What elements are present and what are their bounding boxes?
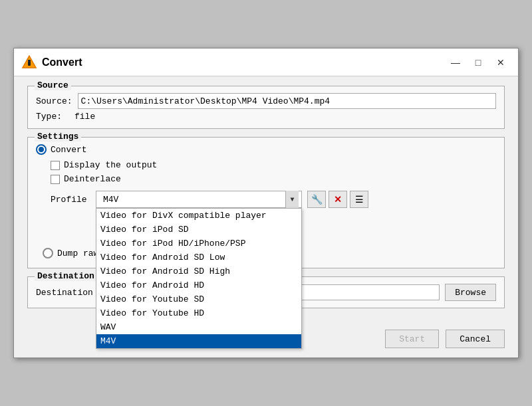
profile-option-8[interactable]: WAV (96, 320, 301, 334)
type-label: Type: (36, 112, 69, 122)
close-button[interactable]: ✕ (491, 55, 510, 70)
profile-tools: 🔧 ✕ ☰ (307, 191, 368, 208)
profile-option-0[interactable]: Video for DivX compatible player (96, 209, 301, 223)
content-area: Source Source: Type: file Settings Conve… (14, 76, 518, 326)
profile-option-6[interactable]: Video for Youtube SD (96, 292, 301, 306)
profile-option-4[interactable]: Video for Android SD High (96, 264, 301, 278)
type-value: file (74, 112, 95, 122)
deinterlace-row[interactable]: Deinterlace (51, 174, 496, 184)
title-bar-left: Convert (22, 55, 82, 70)
profile-option-7[interactable]: Video for Youtube HD (96, 306, 301, 320)
dump-radio[interactable] (43, 248, 53, 258)
profile-option-2[interactable]: Video for iPod HD/iPhone/PSP (96, 237, 301, 251)
destination-group-title: Destination (35, 271, 97, 281)
profile-option-3[interactable]: Video for Android SD Low (96, 251, 301, 264)
browse-button[interactable]: Browse (445, 284, 496, 301)
delete-profile-button[interactable]: ✕ (329, 191, 347, 208)
settings-group: Settings Convert Display the output Dein… (27, 137, 505, 268)
vlc-icon (22, 55, 37, 70)
source-row: Source: (36, 93, 496, 109)
profile-option-5[interactable]: Video for Android HD (96, 278, 301, 292)
title-bar-buttons: — □ ✕ (446, 55, 510, 70)
main-window: Convert — □ ✕ Source Source: Type: file … (13, 48, 519, 358)
title-bar: Convert — □ ✕ (14, 49, 518, 76)
profile-dropdown[interactable]: M4V ▼ (96, 191, 302, 208)
source-label: Source: (36, 96, 72, 106)
minimize-button[interactable]: — (446, 55, 465, 70)
profile-selected-text: M4V (99, 195, 285, 205)
settings-group-title: Settings (35, 132, 81, 142)
convert-radio[interactable] (36, 144, 47, 155)
maximize-button[interactable]: □ (469, 55, 487, 70)
display-output-label: Display the output (64, 160, 157, 170)
wrench-icon: 🔧 (311, 194, 323, 205)
profile-row: Profile M4V ▼ Video for DivX compatible … (51, 191, 496, 208)
profile-label: Profile (51, 195, 90, 205)
profile-option-1[interactable]: Video for iPod SD (96, 223, 301, 237)
source-group: Source Source: Type: file (27, 86, 505, 129)
profile-dropdown-list: Video for DivX compatible player Video f… (96, 208, 302, 349)
convert-radio-label: Convert (51, 145, 87, 155)
start-button[interactable]: Start (385, 330, 439, 348)
cancel-button[interactable]: Cancel (446, 330, 505, 348)
wrench-button[interactable]: 🔧 (307, 191, 326, 208)
source-input[interactable] (78, 93, 496, 109)
dropdown-arrow-icon[interactable]: ▼ (285, 191, 299, 208)
deinterlace-label: Deinterlace (64, 174, 121, 184)
window-title: Convert (42, 56, 82, 68)
display-output-checkbox[interactable] (51, 161, 60, 170)
list-icon: ☰ (355, 194, 364, 205)
list-button[interactable]: ☰ (350, 191, 368, 208)
source-group-title: Source (35, 80, 71, 90)
deinterlace-checkbox[interactable] (51, 175, 60, 184)
svg-rect-1 (28, 61, 31, 66)
convert-radio-row[interactable]: Convert (36, 144, 496, 155)
svg-rect-2 (28, 60, 31, 62)
delete-icon: ✕ (334, 194, 342, 205)
profile-dropdown-wrapper: M4V ▼ Video for DivX compatible player V… (96, 191, 302, 208)
profile-option-9[interactable]: M4V (96, 334, 301, 348)
source-type-row: Type: file (36, 112, 496, 122)
display-output-row[interactable]: Display the output (51, 160, 496, 170)
